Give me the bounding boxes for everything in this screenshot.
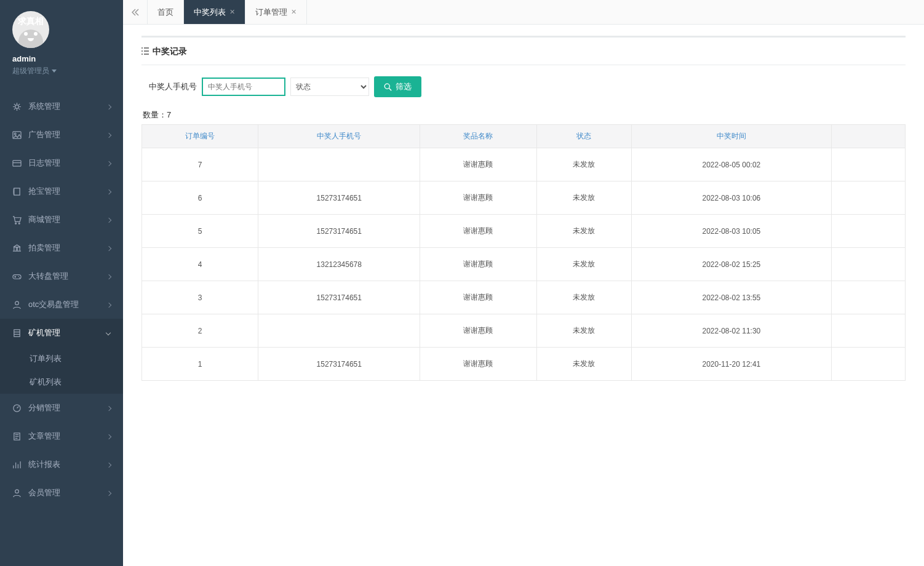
tab-label: 中奖列表	[194, 7, 226, 18]
cell-actions	[832, 181, 906, 215]
cell-id: 3	[142, 281, 258, 314]
tab-1[interactable]: 中奖列表✕	[184, 0, 245, 24]
chevron-right-icon	[107, 301, 111, 308]
chevron-right-icon	[107, 188, 111, 195]
chevron-right-icon	[107, 159, 111, 167]
cell-id: 1	[142, 348, 258, 381]
sidebar-item-label: 文章管理	[28, 431, 60, 442]
caret-down-icon	[52, 70, 57, 73]
filter-button[interactable]: 筛选	[374, 76, 421, 97]
svg-point-8	[18, 276, 20, 277]
sidebar-item-label: 系统管理	[28, 101, 60, 112]
cell-prize: 谢谢惠顾	[420, 148, 536, 181]
sidebar-item-5[interactable]: 拍卖管理	[0, 234, 123, 262]
chevron-right-icon	[105, 331, 113, 335]
chevron-right-icon	[107, 244, 111, 252]
sidebar-item-8[interactable]: 矿机管理	[0, 319, 123, 347]
svg-rect-7	[13, 274, 21, 279]
cart-icon	[12, 215, 22, 225]
sidebar-item-label: 抢宝管理	[28, 186, 60, 197]
search-icon	[384, 83, 392, 91]
cell-status: 未发放	[536, 348, 631, 381]
table-row: 413212345678谢谢惠顾未发放2022-08-02 15:25	[142, 248, 906, 281]
sidebar-item-10[interactable]: 文章管理	[0, 422, 123, 450]
cell-time: 2022-08-02 11:30	[631, 314, 831, 348]
sidebar-item-3[interactable]: 抢宝管理	[0, 177, 123, 205]
tabs-bar: 首页中奖列表✕订单管理✕	[123, 0, 924, 25]
column-header-5[interactable]	[832, 125, 906, 148]
cell-phone: 13212345678	[258, 248, 420, 281]
close-icon[interactable]: ✕	[291, 8, 297, 16]
table-row: 515273174651谢谢惠顾未发放2022-08-03 10:05	[142, 215, 906, 248]
sidebar-item-label: 广告管理	[28, 129, 60, 140]
sidebar-subitem-0[interactable]: 订单列表	[0, 347, 123, 370]
chevron-right-icon	[107, 103, 111, 110]
chevron-right-icon	[107, 461, 111, 468]
sidebar-item-label: 统计报表	[28, 459, 60, 470]
cell-time: 2022-08-03 10:06	[631, 181, 831, 215]
cell-status: 未发放	[536, 281, 631, 314]
tab-2[interactable]: 订单管理✕	[245, 0, 307, 24]
sidebar-item-0[interactable]: 系统管理	[0, 92, 123, 121]
hdd-icon	[12, 329, 22, 338]
table-row: 7谢谢惠顾未发放2022-08-05 00:02	[142, 148, 906, 181]
game-icon	[12, 272, 22, 281]
close-icon[interactable]: ✕	[229, 8, 235, 16]
svg-point-10	[15, 301, 19, 305]
tab-label: 订单管理	[255, 7, 287, 18]
sidebar-item-label: 分销管理	[28, 402, 60, 413]
table-row: 115273174651谢谢惠顾未发放2020-11-20 12:41	[142, 348, 906, 381]
user-icon	[12, 300, 22, 309]
column-header-1[interactable]: 中奖人手机号	[258, 125, 420, 148]
svg-point-5	[15, 223, 17, 224]
cell-status: 未发放	[536, 148, 631, 181]
cell-prize: 谢谢惠顾	[420, 215, 536, 248]
status-filter-select[interactable]: 状态	[290, 78, 369, 96]
sidebar-subitem-1[interactable]: 矿机列表	[0, 370, 123, 394]
sidebar-item-4[interactable]: 商城管理	[0, 205, 123, 234]
chevron-right-icon	[107, 131, 111, 138]
column-header-4[interactable]: 中奖时间	[631, 125, 831, 148]
panel: 中奖记录 中奖人手机号 状态 筛选 数量：7 订单编号中奖人手机号奖品名称状态中…	[141, 36, 906, 381]
cell-phone: 15273174651	[258, 181, 420, 215]
role-dropdown[interactable]: 超级管理员	[12, 66, 111, 76]
tab-0[interactable]: 首页	[148, 0, 184, 24]
panel-title: 中奖记录	[153, 46, 187, 57]
doc-icon	[12, 432, 22, 441]
sidebar-item-11[interactable]: 统计报表	[0, 450, 123, 479]
svg-rect-3	[13, 160, 21, 165]
table-row: 615273174651谢谢惠顾未发放2022-08-03 10:06	[142, 181, 906, 215]
bank-icon	[12, 244, 22, 253]
cell-id: 6	[142, 181, 258, 215]
cell-id: 7	[142, 148, 258, 181]
cell-time: 2020-11-20 12:41	[631, 348, 831, 381]
chevron-right-icon	[107, 273, 111, 280]
panel-heading: 中奖记录	[141, 38, 906, 65]
list-icon	[141, 47, 149, 57]
phone-filter-input[interactable]	[202, 78, 285, 96]
cell-prize: 谢谢惠顾	[420, 181, 536, 215]
cell-status: 未发放	[536, 181, 631, 215]
column-header-0[interactable]: 订单编号	[142, 125, 258, 148]
column-header-2[interactable]: 奖品名称	[420, 125, 536, 148]
tabs-collapse-button[interactable]	[123, 0, 148, 24]
chart-icon	[12, 460, 22, 469]
cell-prize: 谢谢惠顾	[420, 314, 536, 348]
sidebar-item-1[interactable]: 广告管理	[0, 121, 123, 149]
sidebar-item-6[interactable]: 大转盘管理	[0, 262, 123, 290]
table-row: 2谢谢惠顾未发放2022-08-02 11:30	[142, 314, 906, 348]
cell-phone: 15273174651	[258, 348, 420, 381]
cell-actions	[832, 281, 906, 314]
sidebar-item-12[interactable]: 会员管理	[0, 479, 123, 507]
column-header-3[interactable]: 状态	[536, 125, 631, 148]
role-label: 超级管理员	[12, 66, 49, 76]
cell-time: 2022-08-02 15:25	[631, 248, 831, 281]
sidebar-item-7[interactable]: otc交易盘管理	[0, 290, 123, 319]
sidebar-item-2[interactable]: 日志管理	[0, 149, 123, 177]
filter-button-label: 筛选	[396, 81, 412, 92]
cell-actions	[832, 248, 906, 281]
sidebar-item-label: 日志管理	[28, 157, 60, 169]
content-area: 中奖记录 中奖人手机号 状态 筛选 数量：7 订单编号中奖人手机号奖品名称状态中…	[123, 25, 924, 399]
sidebar-item-9[interactable]: 分销管理	[0, 394, 123, 422]
chevron-right-icon	[107, 404, 111, 412]
